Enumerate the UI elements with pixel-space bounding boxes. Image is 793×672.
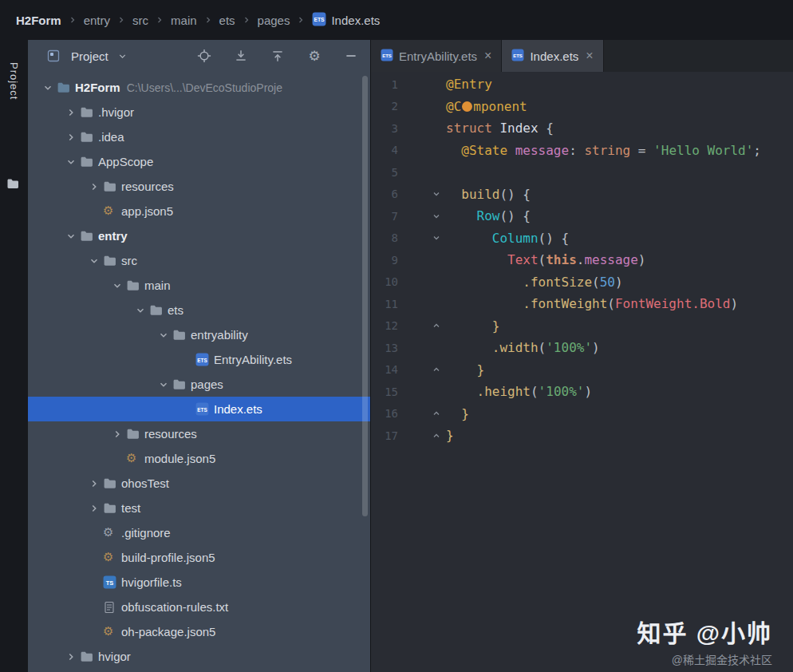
fold-expanded-icon[interactable] — [430, 189, 443, 199]
tree-item-pages[interactable]: pages — [28, 372, 370, 397]
code-line-text[interactable]: build() { — [446, 187, 531, 202]
tree-item-ohostest[interactable]: ohosTest — [28, 471, 370, 496]
chevron-down-icon[interactable] — [85, 255, 103, 267]
code-line[interactable]: 15 .height('100%') — [371, 381, 793, 403]
settings-icon[interactable]: ⚙ — [306, 48, 322, 64]
tree-item-hvigorfile-ts[interactable]: TShvigorfile.ts — [28, 570, 370, 595]
tree-item-src[interactable]: src — [28, 248, 370, 273]
code-line[interactable]: 9 Text(this.message) — [371, 249, 793, 271]
chevron-right-icon[interactable] — [85, 503, 103, 514]
fold-expanded-icon[interactable] — [430, 233, 443, 243]
fold-end-icon[interactable] — [430, 409, 443, 418]
tree-item-idea[interactable]: .idea — [28, 125, 370, 149]
code-line-text[interactable]: struct Index { — [446, 121, 554, 136]
code-line-text[interactable]: Text(this.message) — [446, 252, 645, 267]
code-line[interactable]: 5 — [371, 161, 793, 184]
project-stripe-button[interactable]: Project — [8, 62, 20, 100]
expand-all-icon[interactable] — [270, 48, 286, 64]
code-line[interactable]: 14 } — [371, 359, 793, 381]
chevron-down-icon[interactable] — [108, 280, 126, 291]
code-line-text[interactable]: } — [446, 318, 499, 334]
chevron-right-icon[interactable] — [62, 132, 80, 143]
locate-icon[interactable] — [196, 48, 212, 64]
tree-item-appscope[interactable]: AppScope — [28, 149, 370, 174]
chevron-right-icon[interactable] — [85, 478, 103, 489]
fold-end-icon[interactable] — [430, 321, 443, 330]
code-line-text[interactable]: @State message: string = 'Hello World'; — [446, 143, 761, 158]
code-line-text[interactable]: .height('100%') — [446, 384, 592, 399]
tree-item-h2form[interactable]: H2FormC:\Users\...\DevEcoStudioProje — [28, 75, 370, 100]
chevron-down-icon[interactable] — [39, 82, 57, 93]
code-line[interactable]: 7 Row() { — [371, 205, 793, 227]
code-line-text[interactable]: .width('100%') — [446, 340, 600, 355]
tree-item-hvigor[interactable]: .hvigor — [28, 100, 370, 125]
code-line-text[interactable]: } — [446, 428, 454, 443]
project-view-selector[interactable]: Project — [71, 49, 108, 63]
chevron-down-icon[interactable] — [62, 231, 80, 242]
chevron-down-icon[interactable] — [155, 379, 172, 390]
code-line[interactable]: 4 @State message: string = 'Hello World'… — [371, 140, 793, 162]
breadcrumb-item-main[interactable]: main — [171, 14, 197, 27]
code-line-text[interactable]: Column() { — [446, 231, 569, 246]
folder-icon[interactable] — [6, 177, 19, 193]
code-line-text[interactable]: .fontWeight(FontWeight.Bold) — [446, 296, 738, 311]
tree-item-app-json5[interactable]: ⚙app.json5 — [28, 199, 370, 223]
code-editor[interactable]: 1@Entry2@Cmponent3struct Index {4 @State… — [371, 72, 793, 672]
tree-item-ets[interactable]: ets — [28, 298, 370, 322]
tree-item-index-ets[interactable]: ETSIndex.ets — [28, 397, 370, 421]
tree-item-entryability-ets[interactable]: ETSEntryAbility.ets — [28, 347, 370, 372]
breadcrumb-item-pages[interactable]: pages — [258, 14, 290, 27]
code-line-text[interactable]: } — [446, 362, 484, 378]
code-line-text[interactable]: .fontSize(50) — [446, 275, 623, 290]
close-icon[interactable]: × — [586, 49, 593, 63]
code-line[interactable]: 2@Cmponent — [371, 96, 793, 118]
chevron-right-icon[interactable] — [85, 181, 103, 192]
fold-expanded-icon[interactable] — [430, 211, 443, 221]
tree-item-build-profile-json5[interactable]: ⚙build-profile.json5 — [28, 545, 370, 570]
editor-tab-index-ets[interactable]: ETSIndex.ets× — [502, 40, 603, 72]
tree-item-entry[interactable]: entry — [28, 223, 370, 248]
code-line[interactable]: 16 } — [371, 403, 793, 425]
code-line[interactable]: 1@Entry — [371, 73, 793, 96]
fold-end-icon[interactable] — [430, 365, 443, 374]
tree-item-resources[interactable]: resources — [28, 421, 370, 446]
project-scrollbar[interactable] — [362, 76, 368, 516]
chevron-right-icon[interactable] — [62, 107, 80, 118]
breadcrumb-item-ets[interactable]: ets — [219, 14, 235, 27]
hide-icon[interactable] — [343, 48, 359, 64]
code-line-text[interactable]: Row() { — [446, 208, 531, 223]
tree-item-hvigor[interactable]: hvigor — [28, 644, 370, 669]
code-line[interactable]: 3struct Index { — [371, 117, 793, 140]
code-line[interactable]: 12 } — [371, 315, 793, 338]
chevron-right-icon[interactable] — [62, 651, 80, 662]
code-line-text[interactable]: @Entry — [446, 77, 492, 92]
code-line[interactable]: 11 .fontWeight(FontWeight.Bold) — [371, 293, 793, 315]
breadcrumb-item-index-ets[interactable]: ETSIndex.ets — [312, 12, 380, 29]
code-line[interactable]: 6 build() { — [371, 184, 793, 206]
tree-item-resources[interactable]: resources — [28, 174, 370, 199]
code-line[interactable]: 13 .width('100%') — [371, 337, 793, 359]
chevron-right-icon[interactable] — [108, 429, 126, 440]
collapse-all-icon[interactable] — [233, 48, 249, 64]
tree-item-gitignore[interactable]: ⚙.gitignore — [28, 520, 370, 545]
tree-item-module-json5[interactable]: ⚙module.json5 — [28, 446, 370, 471]
close-icon[interactable]: × — [484, 49, 491, 63]
code-line-text[interactable]: } — [446, 406, 469, 421]
chevron-down-icon[interactable] — [115, 48, 131, 64]
editor-tab-entryability-ets[interactable]: ETSEntryAbility.ets× — [371, 40, 502, 72]
tree-item-entryability[interactable]: entryability — [28, 322, 370, 347]
code-line[interactable]: 8 Column() { — [371, 227, 793, 250]
chevron-down-icon[interactable] — [132, 305, 149, 316]
breadcrumb-item-h2form[interactable]: H2Form — [16, 14, 61, 27]
tree-item-oh-package-json5[interactable]: ⚙oh-package.json5 — [28, 619, 370, 644]
tree-item-main[interactable]: main — [28, 273, 370, 298]
code-line[interactable]: 17} — [371, 425, 793, 447]
breadcrumb-item-entry[interactable]: entry — [84, 14, 110, 27]
chevron-down-icon[interactable] — [62, 156, 80, 168]
chevron-down-icon[interactable] — [155, 330, 172, 341]
tree-item-obfuscation-rules-txt[interactable]: obfuscation-rules.txt — [28, 595, 370, 619]
fold-end-icon[interactable] — [430, 431, 443, 441]
breadcrumb-item-src[interactable]: src — [132, 14, 148, 27]
code-line-text[interactable]: @Cmponent — [446, 99, 527, 114]
code-line[interactable]: 10 .fontSize(50) — [371, 271, 793, 294]
